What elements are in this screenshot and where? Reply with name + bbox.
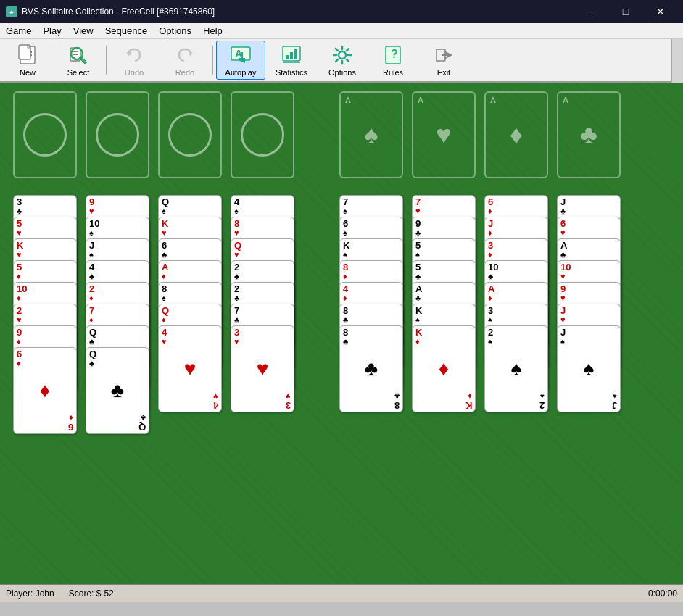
card-suit-top: ♥	[89, 207, 94, 215]
statistics-button[interactable]: Statistics	[267, 41, 316, 80]
card-suit-top: ♥	[415, 207, 421, 215]
card-suit-top: ♦	[89, 316, 94, 324]
foundation-4-suit: ♣	[580, 120, 597, 150]
card-rank: 6	[343, 219, 348, 228]
redo-label: Redo	[175, 68, 194, 77]
statistics-label: Statistics	[276, 68, 307, 77]
card-col4-6[interactable]: 3 ♥ ♥ 3 ♥	[231, 325, 294, 412]
card-suit-top: ♣	[343, 338, 348, 346]
card-rank: 10	[89, 219, 99, 228]
card-suit-top: ♦	[17, 338, 21, 346]
card-suit-top: ♠	[343, 251, 347, 259]
foundation-1-label: A	[345, 96, 351, 104]
freecell-1[interactable]	[13, 91, 77, 178]
minimize-button[interactable]: ─	[574, 0, 608, 23]
foundation-3[interactable]: A ♦	[484, 91, 548, 178]
freecell-2-circle	[96, 113, 139, 157]
card-suit-br: ♦	[468, 392, 472, 400]
card-rank: K	[162, 219, 168, 228]
card-col5-6[interactable]: 8 ♣ ♣ 8 ♣	[339, 325, 403, 412]
foundation-1[interactable]: A ♠	[339, 91, 403, 178]
card-suit-top: ♠	[343, 207, 347, 215]
card-suit-top: ♣	[415, 294, 421, 302]
card-suit-top: ♦	[162, 316, 166, 324]
card-suit-top: ♦	[488, 229, 492, 237]
card-suit-top: ♣	[234, 272, 239, 280]
undo-button[interactable]: Undo	[109, 41, 159, 80]
options-button[interactable]: Options	[318, 41, 367, 80]
card-col2-7[interactable]: Q ♣ ♣ Q ♣	[86, 347, 149, 434]
card-suit-top: ♠	[162, 294, 166, 302]
card-center-suit: ♥	[257, 357, 269, 380]
card-rank: 3	[488, 241, 493, 250]
foundation-2[interactable]: A ♥	[412, 91, 476, 178]
card-suit-top: ♣	[343, 316, 348, 324]
freecell-4[interactable]	[231, 91, 294, 178]
statistics-icon	[280, 43, 303, 67]
card-col3-6[interactable]: 4 ♥ ♥ 4 ♥	[158, 325, 222, 412]
card-suit-top: ♥	[234, 229, 239, 237]
new-button[interactable]: New	[3, 41, 52, 80]
card-rank: K	[17, 241, 23, 250]
toolbar-scrollbar[interactable]	[671, 39, 683, 83]
menu-item-play[interactable]: Play	[37, 23, 67, 38]
menu-item-game[interactable]: Game	[0, 23, 37, 38]
card-rank: K	[415, 328, 422, 337]
autoplay-label: Autoplay	[225, 68, 257, 77]
card-suit-br: ♥	[286, 392, 291, 400]
menu-item-help[interactable]: Help	[197, 23, 228, 38]
card-suit-top: ♥	[162, 338, 167, 346]
card-col8-6[interactable]: J ♠ ♠ J ♠	[557, 325, 621, 412]
card-suit-top: ♦	[162, 272, 166, 280]
card-suit-top: ♣	[234, 294, 239, 302]
statusbar: Player: John Score: $-52 0:00:00	[0, 584, 683, 602]
card-suit-top: ♣	[488, 272, 493, 280]
menu-item-options[interactable]: Options	[153, 23, 197, 38]
svg-rect-18	[290, 52, 293, 59]
card-suit-br: ♠	[613, 392, 617, 400]
card-col1-7[interactable]: 6 ♦ ♦ 6 ♦	[13, 347, 77, 434]
foundation-3-suit: ♦	[510, 120, 523, 150]
card-suit-top: ♦	[343, 294, 347, 302]
menu-item-sequence[interactable]: Sequence	[99, 23, 154, 38]
foundation-4[interactable]: A ♣	[557, 91, 621, 178]
card-center-suit: ♥	[184, 357, 196, 380]
select-button[interactable]: Select	[54, 41, 103, 80]
card-rank: Q	[162, 197, 169, 207]
autoplay-button[interactable]: A Autoplay	[216, 41, 265, 80]
redo-button[interactable]: Redo	[160, 41, 210, 80]
freecell-3[interactable]	[158, 91, 222, 178]
card-suit-top: ♦	[343, 272, 347, 280]
card-rank: 3	[234, 328, 239, 337]
card-col6-6[interactable]: K ♦ ♦ K ♦	[412, 325, 476, 412]
card-suit-br: ♣	[141, 414, 146, 422]
freecell-2[interactable]	[86, 91, 149, 178]
undo-icon	[123, 43, 146, 67]
card-rank: 5	[415, 262, 421, 272]
rules-button[interactable]: ? Rules	[368, 41, 418, 80]
foundation-1-suit: ♠	[364, 120, 378, 150]
close-button[interactable]: ✕	[644, 0, 677, 23]
menu-item-view[interactable]: View	[67, 23, 99, 38]
card-suit-top: ♣	[17, 207, 22, 215]
card-rank: J	[560, 197, 566, 207]
card-suit-br: ♣	[394, 392, 400, 400]
maximize-button[interactable]: □	[609, 0, 642, 23]
card-rank: 8	[343, 262, 348, 272]
card-rank: 7	[234, 306, 239, 315]
exit-button[interactable]: Exit	[419, 41, 468, 80]
card-rank: J	[560, 328, 566, 337]
card-rank: 6	[560, 219, 566, 228]
card-rank-br: 6	[68, 423, 73, 432]
card-suit-top: ♦	[89, 294, 94, 302]
card-rank: 5	[415, 241, 421, 250]
freecell-1-circle	[23, 113, 67, 157]
card-rank: A	[415, 284, 422, 294]
card-suit-top: ♥	[234, 338, 239, 346]
card-suit-top: ♥	[162, 229, 167, 237]
card-rank: 6	[162, 241, 167, 250]
card-col7-6[interactable]: 2 ♠ ♠ 2 ♠	[484, 325, 548, 412]
card-rank-br: 4	[213, 401, 218, 410]
menubar: GamePlayViewSequenceOptionsHelp	[0, 23, 683, 39]
freecell-4-circle	[241, 113, 284, 157]
